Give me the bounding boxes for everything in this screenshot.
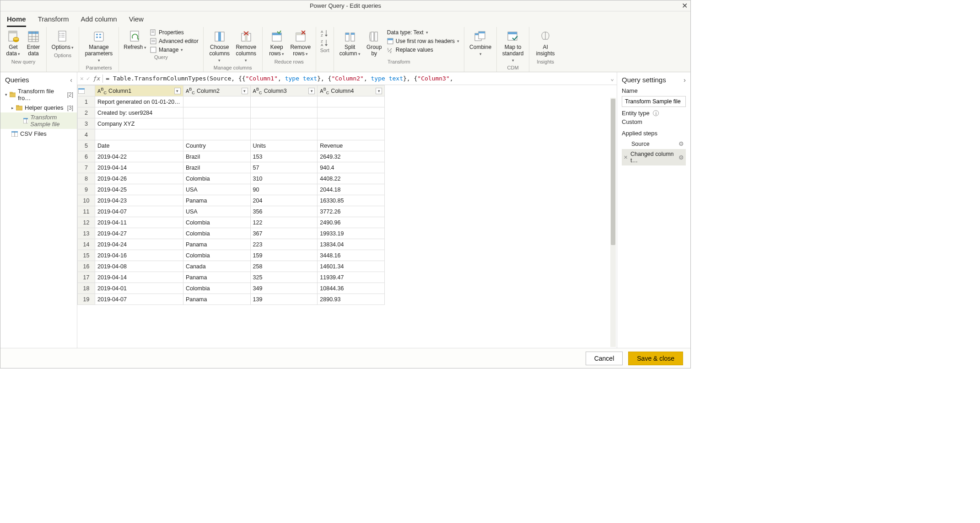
cell[interactable] bbox=[95, 129, 183, 140]
group-by-button[interactable]: Group by bbox=[364, 29, 384, 58]
row-number[interactable]: 14 bbox=[78, 239, 95, 250]
cell[interactable]: 122 bbox=[250, 217, 318, 228]
type-icon[interactable]: ABC bbox=[186, 87, 195, 95]
table-row[interactable]: 142019-04-24Panama22313834.04 bbox=[78, 239, 385, 250]
cell[interactable]: Panama bbox=[183, 239, 250, 250]
applied-step[interactable]: ✕Changed column t…⚙ bbox=[622, 149, 686, 165]
row-number[interactable]: 17 bbox=[78, 272, 95, 283]
cell[interactable] bbox=[183, 118, 250, 129]
column-header[interactable]: ABCColumn2▾ bbox=[183, 85, 250, 96]
cell[interactable]: 2019-04-27 bbox=[95, 228, 183, 239]
cell[interactable]: 2019-04-22 bbox=[95, 151, 183, 162]
fx-icon[interactable]: ƒx bbox=[93, 75, 100, 82]
cell[interactable]: 2019-04-07 bbox=[95, 206, 183, 217]
save-close-button[interactable]: Save & close bbox=[628, 352, 683, 365]
column-header[interactable]: ABCColumn3▾ bbox=[250, 85, 318, 96]
choose-columns-button[interactable]: Choose columns bbox=[207, 29, 232, 64]
properties-button[interactable]: Properties bbox=[149, 29, 199, 36]
table-row[interactable]: 112019-04-07USA3563772.26 bbox=[78, 206, 385, 217]
cell[interactable]: 2019-04-25 bbox=[95, 184, 183, 195]
cell[interactable]: 349 bbox=[250, 283, 318, 294]
cell[interactable]: USA bbox=[183, 184, 250, 195]
cell[interactable]: 13834.04 bbox=[318, 239, 385, 250]
cell[interactable]: 3448.16 bbox=[318, 250, 385, 261]
row-number[interactable]: 10 bbox=[78, 195, 95, 206]
row-number[interactable]: 19 bbox=[78, 294, 95, 305]
cell[interactable]: 2019-04-07 bbox=[95, 294, 183, 305]
cancel-formula-icon[interactable]: ✕ bbox=[80, 75, 84, 82]
scrollbar-thumb[interactable] bbox=[611, 99, 615, 245]
row-number[interactable]: 6 bbox=[78, 151, 95, 162]
cell[interactable] bbox=[183, 96, 250, 107]
cell[interactable]: Brazil bbox=[183, 162, 250, 173]
accept-formula-icon[interactable]: ✓ bbox=[86, 75, 90, 82]
cell[interactable]: Brazil bbox=[183, 151, 250, 162]
refresh-button[interactable]: Refresh bbox=[123, 29, 147, 52]
cell[interactable] bbox=[183, 129, 250, 140]
cell[interactable]: 2490.96 bbox=[318, 217, 385, 228]
manage-parameters-button[interactable]: Manage parameters bbox=[83, 29, 115, 64]
remove-columns-button[interactable]: Remove columns bbox=[234, 29, 258, 64]
cell[interactable]: 153 bbox=[250, 151, 318, 162]
cell[interactable]: 258 bbox=[250, 261, 318, 272]
tab-view[interactable]: View bbox=[129, 15, 144, 27]
table-row[interactable]: 162019-04-08Canada25814601.34 bbox=[78, 261, 385, 272]
cell[interactable]: Canada bbox=[183, 261, 250, 272]
query-tree-item[interactable]: ▾Transform file fro…[2] bbox=[0, 86, 77, 103]
use-first-row-headers-button[interactable]: Use first row as headers bbox=[386, 37, 460, 45]
cell[interactable]: 2019-04-08 bbox=[95, 261, 183, 272]
row-number[interactable]: 1 bbox=[78, 96, 95, 107]
applied-step[interactable]: Source⚙ bbox=[622, 139, 686, 149]
table-row[interactable]: 172019-04-14Panama32511939.47 bbox=[78, 272, 385, 283]
expand-formula-icon[interactable]: ⌄ bbox=[610, 75, 614, 82]
get-data-button[interactable]: Get data bbox=[4, 29, 22, 58]
table-row[interactable]: 102019-04-23Panama20416330.85 bbox=[78, 195, 385, 206]
table-row[interactable]: 192019-04-07Panama1392890.93 bbox=[78, 294, 385, 305]
table-row[interactable]: 62019-04-22Brazil1532649.32 bbox=[78, 151, 385, 162]
cell[interactable]: Date bbox=[95, 140, 183, 151]
cell[interactable]: 2019-04-14 bbox=[95, 272, 183, 283]
cell[interactable]: 19933.19 bbox=[318, 228, 385, 239]
map-to-standard-button[interactable]: Map to standard bbox=[501, 29, 525, 64]
row-number[interactable]: 8 bbox=[78, 173, 95, 184]
row-number[interactable]: 5 bbox=[78, 140, 95, 151]
split-column-button[interactable]: Split column bbox=[338, 29, 362, 58]
query-name-input[interactable] bbox=[622, 96, 686, 107]
replace-values-button[interactable]: 12 Replace values bbox=[386, 46, 460, 53]
tab-add-column[interactable]: Add column bbox=[81, 15, 117, 27]
table-row[interactable]: 132019-04-27Colombia36719933.19 bbox=[78, 228, 385, 239]
cell[interactable]: 367 bbox=[250, 228, 318, 239]
cell[interactable]: 2649.32 bbox=[318, 151, 385, 162]
options-button[interactable]: Options bbox=[50, 29, 75, 52]
cell[interactable]: 2019-04-01 bbox=[95, 283, 183, 294]
row-header-corner[interactable] bbox=[78, 85, 95, 96]
cell[interactable]: 16330.85 bbox=[318, 195, 385, 206]
cell[interactable]: 139 bbox=[250, 294, 318, 305]
cell[interactable]: 2019-04-26 bbox=[95, 173, 183, 184]
type-icon[interactable]: ABC bbox=[97, 87, 107, 95]
cell[interactable]: 325 bbox=[250, 272, 318, 283]
row-number[interactable]: 9 bbox=[78, 184, 95, 195]
table-row[interactable]: 4 bbox=[78, 129, 385, 140]
cell[interactable]: Panama bbox=[183, 294, 250, 305]
table-row[interactable]: 152019-04-16Colombia1593448.16 bbox=[78, 250, 385, 261]
cell[interactable] bbox=[318, 107, 385, 118]
cell[interactable]: Created by: user9284 bbox=[95, 107, 183, 118]
info-icon[interactable]: i bbox=[653, 110, 659, 116]
cell[interactable]: 159 bbox=[250, 250, 318, 261]
collapse-queries-button[interactable]: ‹ bbox=[70, 76, 72, 84]
cell[interactable]: 2890.93 bbox=[318, 294, 385, 305]
row-number[interactable]: 7 bbox=[78, 162, 95, 173]
cell[interactable]: 4408.22 bbox=[318, 173, 385, 184]
cell[interactable]: 2019-04-16 bbox=[95, 250, 183, 261]
gear-icon[interactable]: ⚙ bbox=[678, 140, 684, 147]
column-filter-dropdown[interactable]: ▾ bbox=[376, 88, 382, 94]
cell[interactable]: USA bbox=[183, 206, 250, 217]
table-row[interactable]: 122019-04-11Colombia1222490.96 bbox=[78, 217, 385, 228]
table-row[interactable]: 3Company XYZ bbox=[78, 118, 385, 129]
combine-button[interactable]: Combine bbox=[468, 29, 493, 58]
row-number[interactable]: 15 bbox=[78, 250, 95, 261]
column-filter-dropdown[interactable]: ▾ bbox=[308, 88, 315, 94]
query-tree-item[interactable]: CSV Files bbox=[0, 129, 77, 139]
cell[interactable]: 2019-04-11 bbox=[95, 217, 183, 228]
